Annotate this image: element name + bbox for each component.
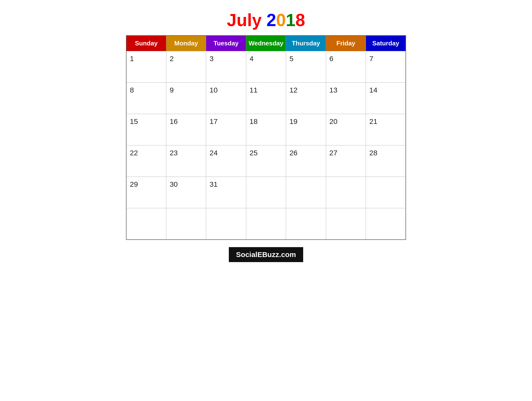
calendar-cell: 13 bbox=[326, 83, 366, 114]
calendar-cell: 23 bbox=[166, 145, 206, 177]
title-year-2: 2 bbox=[266, 10, 276, 30]
header-friday: Friday bbox=[326, 36, 366, 51]
title-year-8: 8 bbox=[295, 10, 305, 30]
calendar-cell bbox=[326, 208, 366, 240]
footer-brand: SocialEBuzz.com bbox=[229, 247, 303, 262]
calendar-cell: 10 bbox=[206, 83, 246, 114]
calendar-cell: 8 bbox=[126, 83, 166, 114]
calendar: Sunday Monday Tuesday Wednesday Thursday… bbox=[126, 35, 406, 240]
calendar-table: Sunday Monday Tuesday Wednesday Thursday… bbox=[126, 35, 406, 240]
calendar-cell: 31 bbox=[206, 177, 246, 208]
calendar-cell: 21 bbox=[366, 114, 406, 145]
calendar-row: 15161718192021 bbox=[126, 114, 406, 145]
calendar-cell: 1 bbox=[126, 51, 166, 83]
calendar-cell bbox=[126, 208, 166, 240]
calendar-cell bbox=[206, 208, 246, 240]
calendar-cell: 11 bbox=[246, 83, 286, 114]
calendar-row: 293031 bbox=[126, 177, 406, 208]
calendar-cell: 6 bbox=[326, 51, 366, 83]
calendar-cell: 5 bbox=[286, 51, 326, 83]
header-thursday: Thursday bbox=[286, 36, 326, 51]
calendar-cell: 20 bbox=[326, 114, 366, 145]
calendar-cell: 29 bbox=[126, 177, 166, 208]
header-wednesday: Wednesday bbox=[246, 36, 286, 51]
calendar-cell bbox=[366, 208, 406, 240]
calendar-cell bbox=[286, 177, 326, 208]
calendar-row: 1234567 bbox=[126, 51, 406, 83]
title-year-1: 1 bbox=[286, 10, 295, 30]
calendar-cell: 2 bbox=[166, 51, 206, 83]
calendar-cell: 27 bbox=[326, 145, 366, 177]
title-july: July bbox=[227, 10, 262, 30]
calendar-cell: 26 bbox=[286, 145, 326, 177]
calendar-cell: 25 bbox=[246, 145, 286, 177]
calendar-cell: 30 bbox=[166, 177, 206, 208]
calendar-cell: 14 bbox=[366, 83, 406, 114]
calendar-cell bbox=[366, 177, 406, 208]
calendar-cell bbox=[166, 208, 206, 240]
calendar-row: 22232425262728 bbox=[126, 145, 406, 177]
calendar-cell: 16 bbox=[166, 114, 206, 145]
calendar-cell: 7 bbox=[366, 51, 406, 83]
calendar-cell: 24 bbox=[206, 145, 246, 177]
header-tuesday: Tuesday bbox=[206, 36, 246, 51]
calendar-cell: 18 bbox=[246, 114, 286, 145]
header-saturday: Saturday bbox=[366, 36, 406, 51]
page-title: July 2018 bbox=[227, 10, 305, 30]
header-sunday: Sunday bbox=[126, 36, 166, 51]
calendar-cell: 4 bbox=[246, 51, 286, 83]
calendar-cell bbox=[246, 177, 286, 208]
header-row: Sunday Monday Tuesday Wednesday Thursday… bbox=[126, 36, 406, 51]
calendar-cell: 15 bbox=[126, 114, 166, 145]
calendar-cell: 3 bbox=[206, 51, 246, 83]
header-monday: Monday bbox=[166, 36, 206, 51]
calendar-cell bbox=[286, 208, 326, 240]
calendar-row bbox=[126, 208, 406, 240]
calendar-cell bbox=[246, 208, 286, 240]
title-year-0: 0 bbox=[276, 10, 286, 30]
calendar-row: 891011121314 bbox=[126, 83, 406, 114]
calendar-cell bbox=[326, 177, 366, 208]
calendar-cell: 28 bbox=[366, 145, 406, 177]
calendar-cell: 17 bbox=[206, 114, 246, 145]
calendar-cell: 19 bbox=[286, 114, 326, 145]
calendar-cell: 22 bbox=[126, 145, 166, 177]
calendar-cell: 9 bbox=[166, 83, 206, 114]
calendar-cell: 12 bbox=[286, 83, 326, 114]
